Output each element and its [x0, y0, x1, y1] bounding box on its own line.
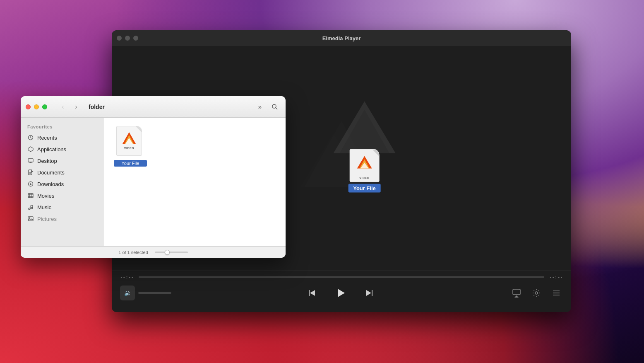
svg-line-39 — [30, 205, 33, 206]
sidebar-item-recents[interactable]: Recents — [21, 132, 103, 143]
desktop-icon — [27, 157, 34, 164]
sidebar-label-music: Music — [37, 204, 51, 211]
progress-track[interactable] — [139, 276, 544, 278]
svg-rect-30 — [28, 194, 33, 198]
svg-point-18 — [272, 104, 276, 108]
view-options-button[interactable]: » — [254, 101, 266, 113]
volume-slider[interactable] — [138, 292, 171, 294]
settings-button[interactable] — [530, 286, 543, 300]
drag-visual: VIDEO Your File — [348, 124, 381, 193]
sidebar-section-favourites: Favourites — [21, 123, 103, 132]
music-icon — [27, 204, 34, 211]
sidebar-item-desktop[interactable]: Desktop — [21, 155, 103, 167]
total-time: --:-- — [549, 274, 563, 280]
sidebar-item-music[interactable]: Music — [21, 201, 103, 213]
player-traffic-lights — [117, 36, 138, 41]
finder-back-button[interactable]: ‹ — [57, 101, 69, 113]
sidebar-label-desktop: Desktop — [37, 158, 57, 164]
svg-marker-11 — [366, 290, 371, 296]
main-controls — [180, 285, 502, 301]
finder-minimize-button[interactable] — [34, 104, 39, 109]
finder-window: ‹ › folder » Favourites — [21, 96, 286, 258]
svg-rect-40 — [28, 217, 33, 221]
play-button[interactable] — [332, 285, 349, 301]
downloads-icon — [27, 181, 34, 187]
file-logo — [122, 131, 137, 146]
file-fold — [136, 126, 142, 132]
finder-maximize-button[interactable] — [42, 104, 47, 109]
sidebar-label-documents: Documents — [37, 169, 65, 176]
finder-main: VIDEO Your File — [103, 118, 286, 246]
finder-search-button[interactable] — [269, 101, 281, 113]
status-text: 1 of 1 selected — [118, 250, 148, 255]
finder-forward-button[interactable]: › — [70, 101, 82, 113]
sidebar-item-documents[interactable]: Documents — [21, 167, 103, 178]
controls-row: 🔉 — [120, 285, 563, 301]
volume-button[interactable]: 🔉 — [120, 286, 135, 300]
playlist-button[interactable] — [550, 286, 563, 300]
finder-toolbar-right: » — [254, 101, 281, 113]
sidebar-label-downloads: Downloads — [37, 181, 64, 187]
svg-marker-8 — [310, 290, 315, 296]
player-titlebar: Elmedia Player — [112, 30, 571, 46]
current-time: --:-- — [120, 274, 134, 280]
player-minimize-button[interactable] — [125, 36, 130, 41]
pictures-icon — [27, 215, 34, 222]
sidebar-label-applications: Applications — [37, 146, 66, 152]
svg-rect-22 — [28, 159, 33, 162]
finder-close-button[interactable] — [26, 104, 31, 109]
sidebar-item-movies[interactable]: Movies — [21, 190, 103, 201]
volume-icon: 🔉 — [124, 290, 131, 296]
progress-row: --:-- --:-- — [120, 274, 563, 280]
finder-path-title: folder — [89, 104, 105, 110]
file-paper: VIDEO — [116, 126, 142, 156]
sidebar-label-recents: Recents — [37, 135, 57, 141]
svg-marker-13 — [515, 296, 518, 298]
sidebar-label-pictures: Pictures — [37, 216, 57, 222]
zoom-thumb — [165, 250, 170, 255]
file-icon: VIDEO — [116, 126, 144, 158]
sidebar-label-movies: Movies — [37, 193, 54, 199]
sidebar-item-downloads[interactable]: Downloads — [21, 178, 103, 190]
finder-traffic-lights — [26, 104, 47, 109]
svg-rect-12 — [513, 289, 520, 295]
player-file-name: Your File — [348, 184, 381, 193]
airplay-button[interactable] — [510, 286, 523, 300]
prev-button[interactable] — [303, 285, 320, 301]
player-controls: --:-- --:-- 🔉 — [112, 271, 571, 312]
svg-marker-21 — [28, 147, 33, 152]
finder-titlebar: ‹ › folder » — [21, 96, 286, 118]
finder-nav: ‹ › — [57, 101, 82, 113]
svg-line-19 — [276, 108, 277, 109]
file-type-label: VIDEO — [124, 147, 135, 150]
recents-icon — [27, 134, 34, 141]
player-close-button[interactable] — [117, 36, 122, 41]
svg-point-41 — [29, 218, 30, 218]
file-item[interactable]: VIDEO Your File — [112, 126, 149, 167]
right-controls — [510, 286, 563, 300]
zoom-slider[interactable] — [155, 252, 188, 253]
svg-marker-9 — [338, 289, 345, 297]
player-maximize-button[interactable] — [133, 36, 138, 41]
finder-body: Favourites Recents Applications — [21, 118, 286, 246]
file-name-badge: Your File — [114, 160, 147, 167]
documents-icon — [27, 169, 34, 176]
sidebar-item-applications[interactable]: Applications — [21, 143, 103, 155]
finder-statusbar: 1 of 1 selected — [21, 246, 286, 258]
volume-section: 🔉 — [120, 286, 171, 300]
finder-sidebar: Favourites Recents Applications — [21, 118, 103, 246]
svg-point-14 — [535, 292, 538, 294]
player-title: Elmedia Player — [322, 35, 361, 41]
sidebar-item-pictures[interactable]: Pictures — [21, 213, 103, 225]
movies-icon — [27, 192, 34, 199]
applications-icon — [27, 146, 34, 152]
file-grid: VIDEO Your File — [112, 126, 277, 167]
next-button[interactable] — [361, 285, 378, 301]
